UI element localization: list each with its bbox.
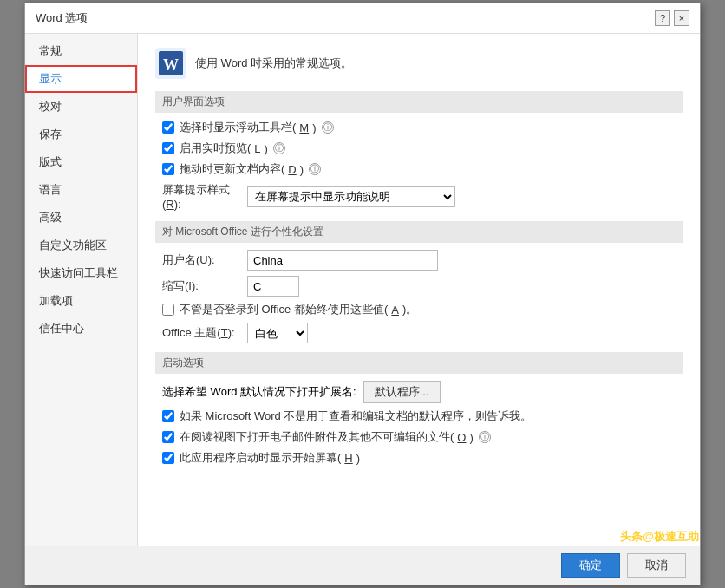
dialog-content: 常规 显示 校对 保存 版式 语言 高级 自定义功能区 快速访问工具栏 加载项 … xyxy=(25,34,700,546)
sidebar-item-general[interactable]: 常规 xyxy=(25,37,137,65)
open-attachments-label[interactable]: 在阅读视图下打开电子邮件附件及其他不可编辑的文件(O) ⓘ xyxy=(180,429,491,445)
sidebar-item-proofing[interactable]: 校对 xyxy=(25,93,137,121)
realtime-preview-checkbox[interactable] xyxy=(162,142,174,154)
sidebar-item-advanced[interactable]: 高级 xyxy=(25,204,137,232)
sidebar-item-display[interactable]: 显示 xyxy=(25,65,137,93)
dialog-title: Word 选项 xyxy=(36,10,88,26)
notify-not-default-label[interactable]: 如果 Microsoft Word 不是用于查看和编辑文档的默认程序，则告诉我。 xyxy=(180,408,532,424)
svg-text:W: W xyxy=(163,56,179,74)
initials-row: 缩写(I): xyxy=(155,276,683,297)
show-start-screen-label[interactable]: 此应用程序启动时显示开始屏幕(H) xyxy=(180,450,360,466)
title-bar-left: Word 选项 xyxy=(36,10,88,26)
word-icon: W xyxy=(155,48,186,79)
screentip-label: 屏幕提示样式(R): xyxy=(162,182,240,211)
update-on-drag-checkbox[interactable] xyxy=(162,163,174,175)
realtime-preview-label[interactable]: 启用实时预览(L) ⓘ xyxy=(180,140,285,156)
sidebar-item-language[interactable]: 语言 xyxy=(25,176,137,204)
startup-ext-label: 选择希望 Word 默认情况下打开扩展名: xyxy=(162,384,356,400)
help-button[interactable]: ? xyxy=(655,10,670,26)
theme-select[interactable]: 白色 彩色 深灰色 xyxy=(247,323,308,343)
default-programs-button[interactable]: 默认程序... xyxy=(363,381,441,403)
initials-input[interactable] xyxy=(247,276,299,297)
section-header: W 使用 Word 时采用的常规选项。 xyxy=(155,48,683,79)
screentip-row: 屏幕提示样式(R): 在屏幕提示中显示功能说明 不在屏幕提示中显示功能说明 不显… xyxy=(155,182,683,211)
notify-not-default-checkbox[interactable] xyxy=(162,410,174,422)
option-open-attachments: 在阅读视图下打开电子邮件附件及其他不可编辑的文件(O) ⓘ xyxy=(155,429,683,445)
option-notify-not-default: 如果 Microsoft Word 不是用于查看和编辑文档的默认程序，则告诉我。 xyxy=(155,408,683,424)
show-mini-toolbar-info-icon[interactable]: ⓘ xyxy=(322,121,334,134)
personalize-group-label: 对 Microsoft Office 进行个性化设置 xyxy=(155,221,683,243)
update-on-drag-info-icon[interactable]: ⓘ xyxy=(309,163,321,175)
no-login-label[interactable]: 不管是否登录到 Office 都始终使用这些值(A)。 xyxy=(180,302,417,317)
sidebar-item-customize[interactable]: 自定义功能区 xyxy=(25,232,137,259)
initials-label: 缩写(I): xyxy=(162,278,240,294)
startup-group-label: 启动选项 xyxy=(155,352,683,374)
username-row: 用户名(U): xyxy=(155,250,683,271)
ok-button[interactable]: 确定 xyxy=(561,553,620,578)
startup-ext-row: 选择希望 Word 默认情况下打开扩展名: 默认程序... xyxy=(155,381,683,403)
option-show-start-screen: 此应用程序启动时显示开始屏幕(H) xyxy=(155,450,683,466)
show-mini-toolbar-label[interactable]: 选择时显示浮动工具栏(M) ⓘ xyxy=(180,120,334,135)
show-mini-toolbar-checkbox[interactable] xyxy=(162,121,174,134)
title-bar-controls: ? × xyxy=(655,10,689,26)
sidebar-item-trustcenter[interactable]: 信任中心 xyxy=(25,315,137,343)
sidebar: 常规 显示 校对 保存 版式 语言 高级 自定义功能区 快速访问工具栏 加载项 … xyxy=(25,34,138,546)
no-login-checkbox[interactable] xyxy=(162,304,174,316)
title-bar: Word 选项 ? × xyxy=(25,3,700,34)
dialog-footer: 确定 取消 xyxy=(25,546,700,585)
sidebar-item-save[interactable]: 保存 xyxy=(25,121,137,148)
update-on-drag-label[interactable]: 拖动时更新文档内容(D) ⓘ xyxy=(180,161,321,177)
close-button[interactable]: × xyxy=(674,10,689,26)
theme-row: Office 主题(T): 白色 彩色 深灰色 xyxy=(155,323,683,343)
cancel-button[interactable]: 取消 xyxy=(627,553,686,578)
username-input[interactable] xyxy=(247,250,438,271)
username-label: 用户名(U): xyxy=(162,252,240,268)
sidebar-item-style[interactable]: 版式 xyxy=(25,148,137,176)
word-options-dialog: Word 选项 ? × 常规 显示 校对 保存 版式 语言 高级 自定义功能区 … xyxy=(24,3,701,585)
screentip-select[interactable]: 在屏幕提示中显示功能说明 不在屏幕提示中显示功能说明 不显示屏幕提示 xyxy=(247,186,455,207)
option-realtime-preview: 启用实时预览(L) ⓘ xyxy=(155,140,683,156)
ui-group-label: 用户界面选项 xyxy=(155,91,683,113)
open-attachments-info-icon[interactable]: ⓘ xyxy=(479,431,491,443)
theme-label: Office 主题(T): xyxy=(162,325,240,341)
sidebar-item-quickaccess[interactable]: 快速访问工具栏 xyxy=(25,259,137,287)
show-start-screen-checkbox[interactable] xyxy=(162,452,174,464)
sidebar-item-addins[interactable]: 加载项 xyxy=(25,287,137,315)
option-no-login: 不管是否登录到 Office 都始终使用这些值(A)。 xyxy=(155,302,683,317)
realtime-preview-info-icon[interactable]: ⓘ xyxy=(273,142,285,154)
main-content: W 使用 Word 时采用的常规选项。 用户界面选项 选择时显示浮动工具栏(M)… xyxy=(138,34,700,546)
section-description: 使用 Word 时采用的常规选项。 xyxy=(195,56,352,71)
open-attachments-checkbox[interactable] xyxy=(162,431,174,443)
option-update-on-drag: 拖动时更新文档内容(D) ⓘ xyxy=(155,161,683,177)
option-show-mini-toolbar: 选择时显示浮动工具栏(M) ⓘ xyxy=(155,120,683,135)
